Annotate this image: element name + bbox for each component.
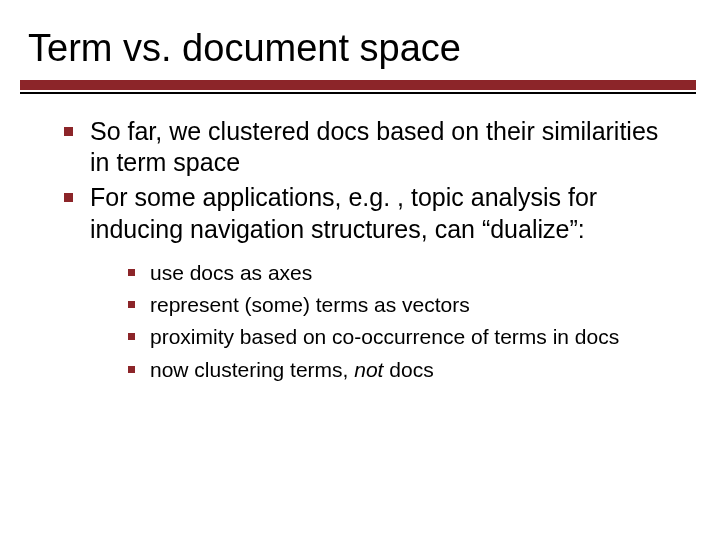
sub-bullet-list: use docs as axes represent (some) terms … [90, 259, 680, 384]
slide-title: Term vs. document space [28, 28, 720, 70]
sub-bullet-item: now clustering terms, not docs [124, 356, 680, 384]
slide-body: So far, we clustered docs based on their… [0, 94, 720, 384]
sub-bullet-text: represent (some) terms as vectors [150, 293, 470, 316]
sub-bullet-text: now clustering terms, [150, 358, 354, 381]
bullet-text: So far, we clustered docs based on their… [90, 117, 658, 176]
sub-bullet-text: use docs as axes [150, 261, 312, 284]
title-underline [20, 80, 696, 94]
sub-bullet-text: proximity based on co-occurrence of term… [150, 325, 619, 348]
title-area: Term vs. document space [0, 28, 720, 74]
underline-thick [20, 80, 696, 90]
sub-bullet-italic: not [354, 358, 383, 381]
bullet-list: So far, we clustered docs based on their… [62, 116, 680, 384]
sub-bullet-item: represent (some) terms as vectors [124, 291, 680, 319]
bullet-item: For some applications, e.g. , topic anal… [62, 182, 680, 384]
sub-bullet-text: docs [383, 358, 433, 381]
bullet-text: For some applications, e.g. , topic anal… [90, 183, 597, 242]
bullet-item: So far, we clustered docs based on their… [62, 116, 680, 179]
slide: Term vs. document space So far, we clust… [0, 0, 720, 540]
sub-bullet-item: proximity based on co-occurrence of term… [124, 323, 680, 351]
sub-bullet-item: use docs as axes [124, 259, 680, 287]
